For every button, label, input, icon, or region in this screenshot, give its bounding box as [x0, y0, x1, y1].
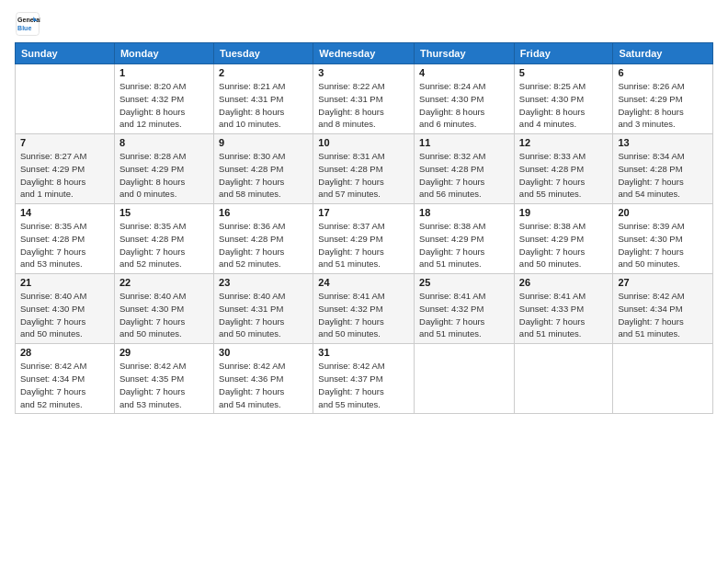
calendar-week-2: 7Sunrise: 8:27 AMSunset: 4:29 PMDaylight…: [16, 134, 713, 204]
day-info: Sunrise: 8:42 AMSunset: 4:34 PMDaylight:…: [618, 290, 708, 340]
day-number: 10: [318, 137, 409, 148]
day-info: Sunrise: 8:35 AMSunset: 4:28 PMDaylight:…: [119, 220, 209, 270]
weekday-header-saturday: Saturday: [613, 43, 713, 64]
calendar-cell: [16, 64, 115, 134]
day-number: 1: [119, 67, 209, 78]
calendar-cell: 25Sunrise: 8:41 AMSunset: 4:32 PMDayligh…: [415, 274, 515, 344]
day-info: Sunrise: 8:41 AMSunset: 4:32 PMDaylight:…: [318, 290, 409, 340]
day-info: Sunrise: 8:32 AMSunset: 4:28 PMDaylight:…: [419, 150, 509, 201]
svg-text:Blue: Blue: [17, 25, 31, 31]
calendar-cell: [613, 344, 713, 414]
calendar-cell: 14Sunrise: 8:35 AMSunset: 4:28 PMDayligh…: [16, 204, 115, 274]
weekday-header-friday: Friday: [514, 43, 613, 64]
day-info: Sunrise: 8:42 AMSunset: 4:35 PMDaylight:…: [119, 360, 209, 410]
day-info: Sunrise: 8:33 AMSunset: 4:28 PMDaylight:…: [519, 150, 609, 201]
calendar-cell: 7Sunrise: 8:27 AMSunset: 4:29 PMDaylight…: [16, 134, 115, 204]
day-info: Sunrise: 8:38 AMSunset: 4:29 PMDaylight:…: [519, 220, 609, 270]
day-info: Sunrise: 8:25 AMSunset: 4:30 PMDaylight:…: [519, 80, 609, 131]
day-number: 26: [519, 277, 609, 288]
calendar-cell: 21Sunrise: 8:40 AMSunset: 4:30 PMDayligh…: [16, 274, 115, 344]
day-number: 25: [419, 277, 509, 288]
calendar-cell: 18Sunrise: 8:38 AMSunset: 4:29 PMDayligh…: [415, 204, 515, 274]
calendar-cell: 20Sunrise: 8:39 AMSunset: 4:30 PMDayligh…: [613, 204, 713, 274]
calendar-week-3: 14Sunrise: 8:35 AMSunset: 4:28 PMDayligh…: [16, 204, 713, 274]
page-container: General Blue SundayMondayTuesdayWednesda…: [0, 0, 728, 421]
day-number: 11: [419, 137, 509, 148]
calendar-cell: [514, 344, 613, 414]
day-number: 28: [20, 347, 109, 358]
logo: General Blue: [15, 11, 40, 37]
weekday-header-wednesday: Wednesday: [313, 43, 415, 64]
day-info: Sunrise: 8:22 AMSunset: 4:31 PMDaylight:…: [318, 80, 409, 131]
day-info: Sunrise: 8:30 AMSunset: 4:28 PMDaylight:…: [219, 150, 308, 201]
svg-text:General: General: [17, 17, 40, 23]
logo-icon: General Blue: [15, 11, 40, 37]
day-info: Sunrise: 8:31 AMSunset: 4:28 PMDaylight:…: [318, 150, 409, 201]
calendar-cell: 16Sunrise: 8:36 AMSunset: 4:28 PMDayligh…: [214, 204, 313, 274]
calendar-cell: 28Sunrise: 8:42 AMSunset: 4:34 PMDayligh…: [16, 344, 115, 414]
day-number: 23: [219, 277, 308, 288]
calendar-cell: 5Sunrise: 8:25 AMSunset: 4:30 PMDaylight…: [514, 64, 613, 134]
day-number: 13: [618, 137, 708, 148]
weekday-row: SundayMondayTuesdayWednesdayThursdayFrid…: [16, 43, 713, 64]
day-number: 16: [219, 207, 308, 218]
calendar-cell: 9Sunrise: 8:30 AMSunset: 4:28 PMDaylight…: [214, 134, 313, 204]
day-info: Sunrise: 8:37 AMSunset: 4:29 PMDaylight:…: [318, 220, 409, 270]
day-number: 18: [419, 207, 509, 218]
calendar-cell: 15Sunrise: 8:35 AMSunset: 4:28 PMDayligh…: [114, 204, 213, 274]
calendar-cell: 24Sunrise: 8:41 AMSunset: 4:32 PMDayligh…: [313, 274, 415, 344]
calendar-cell: 13Sunrise: 8:34 AMSunset: 4:28 PMDayligh…: [613, 134, 713, 204]
calendar-cell: 23Sunrise: 8:40 AMSunset: 4:31 PMDayligh…: [214, 274, 313, 344]
calendar-week-1: 1Sunrise: 8:20 AMSunset: 4:32 PMDaylight…: [16, 64, 713, 134]
day-number: 7: [20, 137, 109, 148]
day-number: 17: [318, 207, 409, 218]
day-info: Sunrise: 8:39 AMSunset: 4:30 PMDaylight:…: [618, 220, 708, 270]
weekday-header-monday: Monday: [114, 43, 213, 64]
day-number: 30: [219, 347, 308, 358]
day-info: Sunrise: 8:42 AMSunset: 4:34 PMDaylight:…: [20, 360, 109, 410]
calendar-cell: 1Sunrise: 8:20 AMSunset: 4:32 PMDaylight…: [114, 64, 213, 134]
calendar-cell: 3Sunrise: 8:22 AMSunset: 4:31 PMDaylight…: [313, 64, 415, 134]
day-number: 9: [219, 137, 308, 148]
day-number: 27: [618, 277, 708, 288]
calendar-table: SundayMondayTuesdayWednesdayThursdayFrid…: [15, 42, 713, 414]
day-info: Sunrise: 8:26 AMSunset: 4:29 PMDaylight:…: [618, 80, 708, 131]
calendar-week-4: 21Sunrise: 8:40 AMSunset: 4:30 PMDayligh…: [16, 274, 713, 344]
day-info: Sunrise: 8:20 AMSunset: 4:32 PMDaylight:…: [119, 80, 209, 131]
day-info: Sunrise: 8:34 AMSunset: 4:28 PMDaylight:…: [618, 150, 708, 201]
calendar-cell: 6Sunrise: 8:26 AMSunset: 4:29 PMDaylight…: [613, 64, 713, 134]
calendar-cell: 12Sunrise: 8:33 AMSunset: 4:28 PMDayligh…: [514, 134, 613, 204]
calendar-cell: 8Sunrise: 8:28 AMSunset: 4:29 PMDaylight…: [114, 134, 213, 204]
calendar-cell: 27Sunrise: 8:42 AMSunset: 4:34 PMDayligh…: [613, 274, 713, 344]
day-info: Sunrise: 8:41 AMSunset: 4:33 PMDaylight:…: [519, 290, 609, 340]
day-number: 22: [119, 277, 209, 288]
calendar-cell: 11Sunrise: 8:32 AMSunset: 4:28 PMDayligh…: [415, 134, 515, 204]
day-number: 6: [618, 67, 708, 78]
calendar-cell: 29Sunrise: 8:42 AMSunset: 4:35 PMDayligh…: [114, 344, 213, 414]
calendar-cell: [415, 344, 515, 414]
day-info: Sunrise: 8:27 AMSunset: 4:29 PMDaylight:…: [20, 150, 109, 201]
day-number: 4: [419, 67, 509, 78]
day-number: 8: [119, 137, 209, 148]
day-number: 24: [318, 277, 409, 288]
calendar-body: 1Sunrise: 8:20 AMSunset: 4:32 PMDaylight…: [16, 64, 713, 414]
day-number: 2: [219, 67, 308, 78]
day-info: Sunrise: 8:42 AMSunset: 4:37 PMDaylight:…: [318, 360, 409, 410]
calendar-cell: 4Sunrise: 8:24 AMSunset: 4:30 PMDaylight…: [415, 64, 515, 134]
calendar-cell: 17Sunrise: 8:37 AMSunset: 4:29 PMDayligh…: [313, 204, 415, 274]
day-number: 3: [318, 67, 409, 78]
day-info: Sunrise: 8:24 AMSunset: 4:30 PMDaylight:…: [419, 80, 509, 131]
day-info: Sunrise: 8:40 AMSunset: 4:30 PMDaylight:…: [119, 290, 209, 340]
day-info: Sunrise: 8:42 AMSunset: 4:36 PMDaylight:…: [219, 360, 308, 410]
day-number: 12: [519, 137, 609, 148]
day-number: 31: [318, 347, 409, 358]
day-info: Sunrise: 8:38 AMSunset: 4:29 PMDaylight:…: [419, 220, 509, 270]
calendar-cell: 22Sunrise: 8:40 AMSunset: 4:30 PMDayligh…: [114, 274, 213, 344]
day-info: Sunrise: 8:21 AMSunset: 4:31 PMDaylight:…: [219, 80, 308, 131]
calendar-header: SundayMondayTuesdayWednesdayThursdayFrid…: [16, 43, 713, 64]
calendar-cell: 10Sunrise: 8:31 AMSunset: 4:28 PMDayligh…: [313, 134, 415, 204]
day-number: 29: [119, 347, 209, 358]
calendar-cell: 26Sunrise: 8:41 AMSunset: 4:33 PMDayligh…: [514, 274, 613, 344]
day-info: Sunrise: 8:36 AMSunset: 4:28 PMDaylight:…: [219, 220, 308, 270]
calendar-week-5: 28Sunrise: 8:42 AMSunset: 4:34 PMDayligh…: [16, 344, 713, 414]
